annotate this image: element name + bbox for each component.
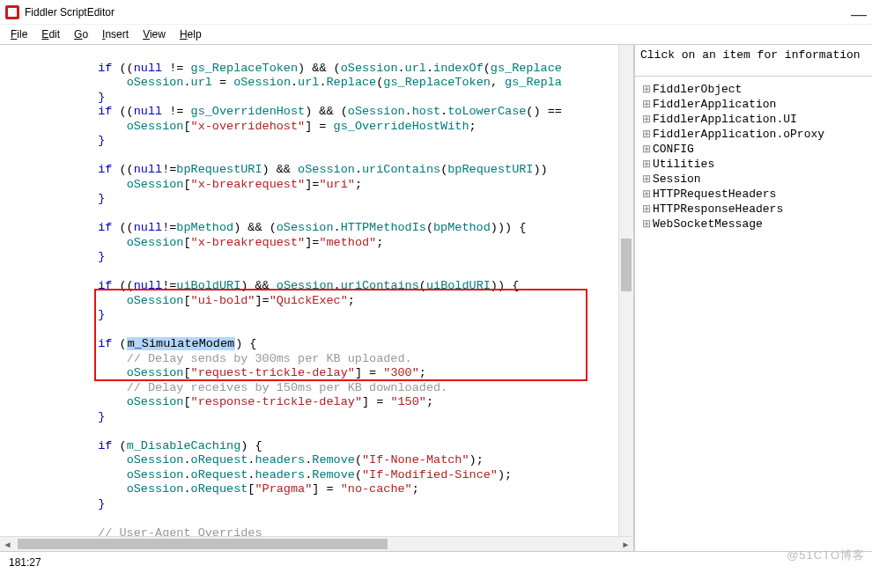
menubar: File Edit Go Insert View Help	[0, 25, 872, 44]
tree-node[interactable]: CONFIG	[639, 142, 868, 157]
tree-node[interactable]: WebSocketMessage	[639, 217, 868, 232]
tree-node[interactable]: Utilities	[639, 157, 868, 172]
menu-view[interactable]: View	[136, 26, 173, 42]
tree-node[interactable]: FiddlerApplication.UI	[639, 112, 868, 127]
menu-file[interactable]: File	[4, 26, 34, 42]
window-title: Fiddler ScriptEditor	[25, 6, 115, 18]
right-pane: Click on an item for information Fiddler…	[635, 45, 872, 551]
tree-node[interactable]: FiddlerApplication	[639, 97, 868, 112]
watermark: @51CTO博客	[787, 548, 865, 563]
tree-node[interactable]: FiddlerObject	[639, 82, 868, 97]
menu-edit[interactable]: Edit	[34, 26, 67, 42]
menu-go[interactable]: Go	[67, 26, 95, 42]
menu-help[interactable]: Help	[173, 26, 209, 42]
vertical-scrollbar[interactable]	[618, 45, 633, 536]
menu-insert[interactable]: Insert	[95, 26, 136, 42]
code-editor[interactable]: if ((null != gs_ReplaceToken) && (oSessi…	[0, 45, 633, 536]
hscroll-thumb[interactable]	[18, 539, 388, 549]
tree-node[interactable]: Session	[639, 172, 868, 187]
app-icon	[5, 5, 19, 19]
tree-node[interactable]: HTTPResponseHeaders	[639, 202, 868, 217]
tree-node[interactable]: FiddlerApplication.oProxy	[639, 127, 868, 142]
main-content: if ((null != gs_ReplaceToken) && (oSessi…	[0, 44, 872, 551]
editor-pane: if ((null != gs_ReplaceToken) && (oSessi…	[0, 45, 635, 551]
tree-node[interactable]: HTTPRequestHeaders	[639, 187, 868, 202]
minimize-button[interactable]: —	[851, 5, 867, 24]
scroll-left-icon[interactable]: ◄	[0, 537, 15, 551]
class-tree[interactable]: FiddlerObject FiddlerApplication Fiddler…	[635, 77, 872, 551]
cursor-position: 181:27	[9, 556, 41, 569]
horizontal-scrollbar[interactable]: ◄ ►	[0, 536, 633, 551]
help-text: Click on an item for information	[635, 45, 872, 77]
titlebar: Fiddler ScriptEditor	[0, 0, 872, 25]
statusbar: 181:27	[0, 551, 872, 572]
scroll-thumb[interactable]	[621, 239, 632, 291]
scroll-right-icon[interactable]: ►	[618, 537, 633, 551]
